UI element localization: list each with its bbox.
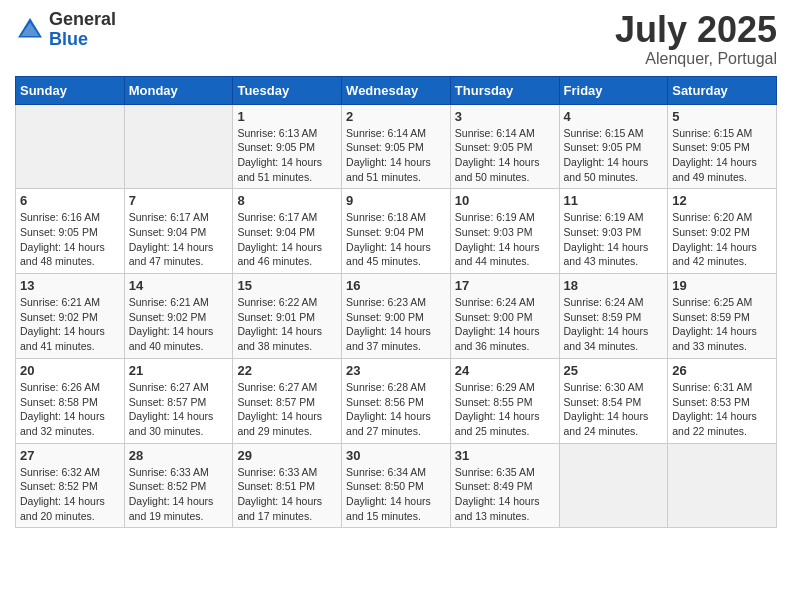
cell-info: Sunrise: 6:14 AM Sunset: 9:05 PM Dayligh… (455, 126, 555, 185)
day-number: 28 (129, 448, 229, 463)
calendar-cell: 19Sunrise: 6:25 AM Sunset: 8:59 PM Dayli… (668, 274, 777, 359)
calendar-week-4: 20Sunrise: 6:26 AM Sunset: 8:58 PM Dayli… (16, 358, 777, 443)
calendar-week-3: 13Sunrise: 6:21 AM Sunset: 9:02 PM Dayli… (16, 274, 777, 359)
calendar-cell: 3Sunrise: 6:14 AM Sunset: 9:05 PM Daylig… (450, 104, 559, 189)
day-number: 14 (129, 278, 229, 293)
day-number: 8 (237, 193, 337, 208)
cell-info: Sunrise: 6:30 AM Sunset: 8:54 PM Dayligh… (564, 380, 664, 439)
cell-info: Sunrise: 6:20 AM Sunset: 9:02 PM Dayligh… (672, 210, 772, 269)
calendar-cell: 31Sunrise: 6:35 AM Sunset: 8:49 PM Dayli… (450, 443, 559, 528)
day-number: 15 (237, 278, 337, 293)
location: Alenquer, Portugal (615, 50, 777, 68)
cell-info: Sunrise: 6:13 AM Sunset: 9:05 PM Dayligh… (237, 126, 337, 185)
cell-info: Sunrise: 6:15 AM Sunset: 9:05 PM Dayligh… (564, 126, 664, 185)
cell-info: Sunrise: 6:27 AM Sunset: 8:57 PM Dayligh… (129, 380, 229, 439)
cell-info: Sunrise: 6:26 AM Sunset: 8:58 PM Dayligh… (20, 380, 120, 439)
day-number: 30 (346, 448, 446, 463)
cell-info: Sunrise: 6:17 AM Sunset: 9:04 PM Dayligh… (237, 210, 337, 269)
calendar-cell: 21Sunrise: 6:27 AM Sunset: 8:57 PM Dayli… (124, 358, 233, 443)
cell-info: Sunrise: 6:34 AM Sunset: 8:50 PM Dayligh… (346, 465, 446, 524)
logo-blue: Blue (49, 30, 116, 50)
cell-info: Sunrise: 6:24 AM Sunset: 8:59 PM Dayligh… (564, 295, 664, 354)
day-number: 29 (237, 448, 337, 463)
day-number: 7 (129, 193, 229, 208)
day-number: 9 (346, 193, 446, 208)
day-number: 21 (129, 363, 229, 378)
day-number: 16 (346, 278, 446, 293)
day-number: 6 (20, 193, 120, 208)
title-block: July 2025 Alenquer, Portugal (615, 10, 777, 68)
calendar-cell: 20Sunrise: 6:26 AM Sunset: 8:58 PM Dayli… (16, 358, 125, 443)
cell-info: Sunrise: 6:35 AM Sunset: 8:49 PM Dayligh… (455, 465, 555, 524)
header-sunday: Sunday (16, 76, 125, 104)
page-header: General Blue July 2025 Alenquer, Portuga… (15, 10, 777, 68)
header-thursday: Thursday (450, 76, 559, 104)
day-number: 2 (346, 109, 446, 124)
cell-info: Sunrise: 6:19 AM Sunset: 9:03 PM Dayligh… (455, 210, 555, 269)
cell-info: Sunrise: 6:22 AM Sunset: 9:01 PM Dayligh… (237, 295, 337, 354)
calendar-cell: 5Sunrise: 6:15 AM Sunset: 9:05 PM Daylig… (668, 104, 777, 189)
day-number: 27 (20, 448, 120, 463)
calendar-cell: 9Sunrise: 6:18 AM Sunset: 9:04 PM Daylig… (342, 189, 451, 274)
calendar-cell: 11Sunrise: 6:19 AM Sunset: 9:03 PM Dayli… (559, 189, 668, 274)
cell-info: Sunrise: 6:33 AM Sunset: 8:52 PM Dayligh… (129, 465, 229, 524)
calendar-cell (559, 443, 668, 528)
day-number: 1 (237, 109, 337, 124)
calendar-cell: 30Sunrise: 6:34 AM Sunset: 8:50 PM Dayli… (342, 443, 451, 528)
day-number: 17 (455, 278, 555, 293)
cell-info: Sunrise: 6:31 AM Sunset: 8:53 PM Dayligh… (672, 380, 772, 439)
day-number: 10 (455, 193, 555, 208)
header-wednesday: Wednesday (342, 76, 451, 104)
calendar-week-5: 27Sunrise: 6:32 AM Sunset: 8:52 PM Dayli… (16, 443, 777, 528)
calendar-cell (124, 104, 233, 189)
calendar-cell: 23Sunrise: 6:28 AM Sunset: 8:56 PM Dayli… (342, 358, 451, 443)
calendar-cell: 1Sunrise: 6:13 AM Sunset: 9:05 PM Daylig… (233, 104, 342, 189)
header-saturday: Saturday (668, 76, 777, 104)
calendar-cell: 8Sunrise: 6:17 AM Sunset: 9:04 PM Daylig… (233, 189, 342, 274)
day-number: 25 (564, 363, 664, 378)
day-number: 13 (20, 278, 120, 293)
cell-info: Sunrise: 6:16 AM Sunset: 9:05 PM Dayligh… (20, 210, 120, 269)
calendar-cell (16, 104, 125, 189)
day-number: 20 (20, 363, 120, 378)
day-number: 22 (237, 363, 337, 378)
day-number: 4 (564, 109, 664, 124)
cell-info: Sunrise: 6:32 AM Sunset: 8:52 PM Dayligh… (20, 465, 120, 524)
day-number: 3 (455, 109, 555, 124)
calendar-cell: 6Sunrise: 6:16 AM Sunset: 9:05 PM Daylig… (16, 189, 125, 274)
cell-info: Sunrise: 6:33 AM Sunset: 8:51 PM Dayligh… (237, 465, 337, 524)
cell-info: Sunrise: 6:24 AM Sunset: 9:00 PM Dayligh… (455, 295, 555, 354)
day-number: 12 (672, 193, 772, 208)
cell-info: Sunrise: 6:25 AM Sunset: 8:59 PM Dayligh… (672, 295, 772, 354)
calendar-cell: 14Sunrise: 6:21 AM Sunset: 9:02 PM Dayli… (124, 274, 233, 359)
cell-info: Sunrise: 6:29 AM Sunset: 8:55 PM Dayligh… (455, 380, 555, 439)
cell-info: Sunrise: 6:21 AM Sunset: 9:02 PM Dayligh… (129, 295, 229, 354)
cell-info: Sunrise: 6:15 AM Sunset: 9:05 PM Dayligh… (672, 126, 772, 185)
day-number: 11 (564, 193, 664, 208)
day-number: 19 (672, 278, 772, 293)
calendar-cell: 28Sunrise: 6:33 AM Sunset: 8:52 PM Dayli… (124, 443, 233, 528)
calendar-cell: 10Sunrise: 6:19 AM Sunset: 9:03 PM Dayli… (450, 189, 559, 274)
calendar-header-row: SundayMondayTuesdayWednesdayThursdayFrid… (16, 76, 777, 104)
calendar-cell: 12Sunrise: 6:20 AM Sunset: 9:02 PM Dayli… (668, 189, 777, 274)
cell-info: Sunrise: 6:19 AM Sunset: 9:03 PM Dayligh… (564, 210, 664, 269)
calendar-cell: 7Sunrise: 6:17 AM Sunset: 9:04 PM Daylig… (124, 189, 233, 274)
header-friday: Friday (559, 76, 668, 104)
calendar-cell: 17Sunrise: 6:24 AM Sunset: 9:00 PM Dayli… (450, 274, 559, 359)
cell-info: Sunrise: 6:27 AM Sunset: 8:57 PM Dayligh… (237, 380, 337, 439)
day-number: 24 (455, 363, 555, 378)
logo: General Blue (15, 10, 116, 50)
day-number: 23 (346, 363, 446, 378)
calendar-cell: 15Sunrise: 6:22 AM Sunset: 9:01 PM Dayli… (233, 274, 342, 359)
logo-text: General Blue (49, 10, 116, 50)
calendar-table: SundayMondayTuesdayWednesdayThursdayFrid… (15, 76, 777, 529)
calendar-week-2: 6Sunrise: 6:16 AM Sunset: 9:05 PM Daylig… (16, 189, 777, 274)
header-tuesday: Tuesday (233, 76, 342, 104)
calendar-cell: 18Sunrise: 6:24 AM Sunset: 8:59 PM Dayli… (559, 274, 668, 359)
day-number: 18 (564, 278, 664, 293)
calendar-cell: 16Sunrise: 6:23 AM Sunset: 9:00 PM Dayli… (342, 274, 451, 359)
calendar-cell: 13Sunrise: 6:21 AM Sunset: 9:02 PM Dayli… (16, 274, 125, 359)
calendar-cell: 22Sunrise: 6:27 AM Sunset: 8:57 PM Dayli… (233, 358, 342, 443)
calendar-cell: 26Sunrise: 6:31 AM Sunset: 8:53 PM Dayli… (668, 358, 777, 443)
day-number: 5 (672, 109, 772, 124)
